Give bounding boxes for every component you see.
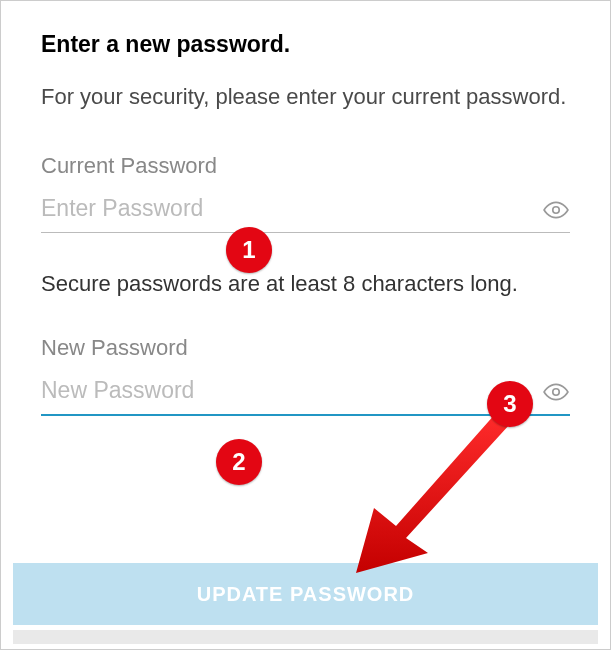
annotation-badge-2: 2 [216,439,262,485]
bottom-strip [13,630,598,644]
svg-point-0 [553,207,560,214]
new-password-label: New Password [41,335,570,361]
current-password-input[interactable] [41,189,570,232]
eye-icon[interactable] [542,378,570,406]
svg-point-1 [553,389,560,396]
password-hint: Secure passwords are at least 8 characte… [41,271,570,297]
annotation-badge-1: 1 [226,227,272,273]
svg-marker-2 [356,413,511,573]
page-title: Enter a new password. [41,31,570,58]
annotation-badge-3: 3 [487,381,533,427]
current-password-group: Current Password [41,153,570,233]
current-password-row [41,189,570,233]
security-subtitle: For your security, please enter your cur… [41,82,570,113]
eye-icon[interactable] [542,196,570,224]
current-password-label: Current Password [41,153,570,179]
update-password-button[interactable]: UPDATE PASSWORD [13,563,598,625]
annotation-arrow [356,413,526,573]
